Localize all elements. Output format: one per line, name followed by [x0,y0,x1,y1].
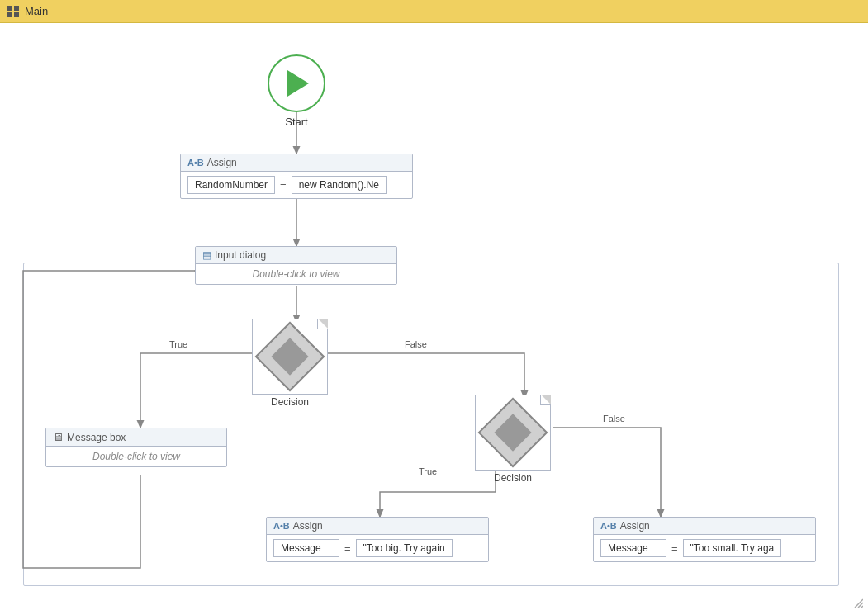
assign1-equals: = [278,179,288,192]
msgbox-header-label: Message box [67,432,126,443]
assign3-node[interactable]: A•B Assign Message = "Too small. Try aga [593,517,816,562]
svg-text:True: True [419,466,437,476]
msgbox-node[interactable]: 🖥 Message box Double-click to view [45,428,227,467]
grid-icon [7,5,20,18]
title-text: Main [25,5,48,17]
svg-rect-0 [7,6,12,11]
ab-icon-3: A•B [600,521,617,531]
assign2-variable: Message [273,539,339,557]
svg-text:True: True [169,339,187,349]
svg-text:False: False [603,414,625,423]
play-icon [287,70,309,97]
dialog-header-label: Input dialog [215,249,266,261]
dialog-icon: ▤ [202,249,211,261]
msgbox-icon: 🖥 [53,431,64,443]
assign2-value: "Too big. Try again [356,539,453,557]
decision2-node[interactable]: Decision [475,395,551,484]
canvas: True False True False Start A•B Assign [0,23,868,615]
assign3-variable: Message [600,539,666,557]
decision2-label: Decision [494,472,532,484]
start-node[interactable]: Start [268,54,325,128]
assign1-value: new Random().Ne [292,176,387,194]
start-label: Start [285,116,307,128]
resize-icon[interactable] [851,596,863,610]
decision1-node[interactable]: Decision [252,319,328,408]
input-dialog-node[interactable]: ▤ Input dialog Double-click to view [195,246,397,285]
assign1-variable: RandomNumber [187,176,275,194]
assign3-header-label: Assign [620,520,650,532]
assign3-value: "Too small. Try aga [683,539,782,557]
svg-text:False: False [405,339,427,349]
dialog-body-text: Double-click to view [196,264,396,284]
title-bar: Main [0,0,868,23]
assign2-node[interactable]: A•B Assign Message = "Too big. Try again [266,517,489,562]
assign2-equals: = [343,542,353,555]
ab-icon-2: A•B [273,521,290,531]
msgbox-body-text: Double-click to view [46,447,226,466]
svg-line-13 [861,606,863,608]
assign3-equals: = [670,542,680,555]
assign1-header-label: Assign [207,157,237,168]
decision1-label: Decision [271,396,309,408]
assign1-node[interactable]: A•B Assign RandomNumber = new Random().N… [180,154,413,199]
svg-rect-1 [14,6,19,11]
ab-icon-1: A•B [187,158,204,168]
assign2-header-label: Assign [293,520,323,532]
svg-rect-3 [14,12,19,17]
svg-rect-2 [7,12,12,17]
